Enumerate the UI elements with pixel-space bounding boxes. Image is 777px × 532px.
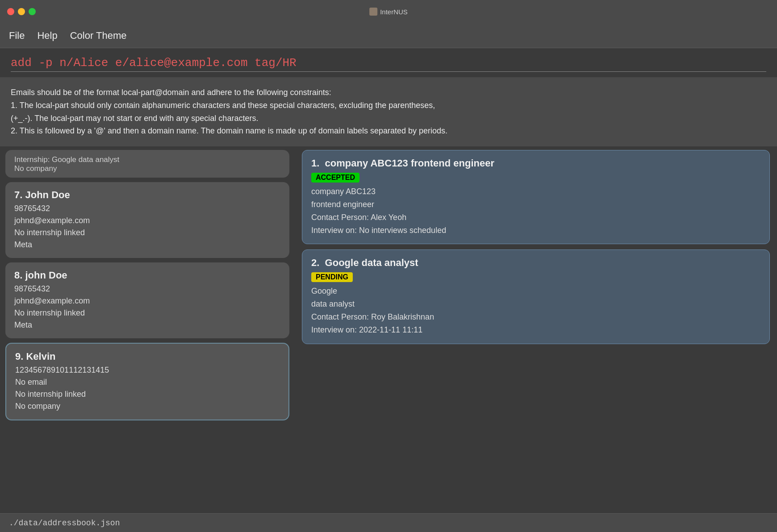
command-input[interactable] — [11, 56, 766, 70]
internship-company-1: company ABC123 — [311, 185, 760, 198]
person-name-9: 9. Kelvin — [15, 351, 280, 362]
person-card-partial[interactable]: Internship: Google data analyst No compa… — [5, 150, 289, 178]
partial-line-2: No company — [14, 164, 280, 173]
info-line-1: Emails should be of the format local-par… — [11, 86, 766, 99]
status-badge-2: PENDING — [311, 272, 353, 282]
internship-card-2[interactable]: 2. Google data analyst PENDING Google da… — [302, 249, 770, 344]
internship-role-2: data analyst — [311, 298, 760, 311]
internship-title-1: 1. company ABC123 frontend engineer — [311, 158, 760, 169]
internship-interview-2: Interview on: 2022-11-11 11:11 — [311, 324, 760, 337]
info-line-2: 1. The local-part should only contain al… — [11, 99, 766, 112]
internship-role-1: frontend engineer — [311, 198, 760, 211]
traffic-lights — [7, 8, 36, 15]
person-phone-9: 12345678910111213141​5 — [15, 364, 280, 376]
status-bar: ./data/addressbook.json — [0, 513, 777, 532]
person-email-7: johnd@example.com — [14, 215, 280, 227]
internship-contact-2: Contact Person: Roy Balakrishnan — [311, 311, 760, 324]
person-company-9: No company — [15, 400, 280, 412]
internship-contact-1: Contact Person: Alex Yeoh — [311, 211, 760, 224]
internship-title-2: 2. Google data analyst — [311, 257, 760, 269]
app-title: InterNUS — [369, 8, 408, 16]
person-phone-8: 98765432 — [14, 283, 280, 295]
person-internship-7: No internship linked — [14, 227, 280, 239]
maximize-button[interactable] — [29, 8, 36, 15]
status-text: ./data/addressbook.json — [9, 519, 120, 528]
person-name-7: 7. John Doe — [14, 189, 280, 201]
internship-interview-1: Interview on: No interviews scheduled — [311, 224, 760, 237]
command-area — [0, 48, 777, 77]
close-button[interactable] — [7, 8, 14, 15]
person-card-9[interactable]: 9. Kelvin 12345678910111213141​5 No emai… — [5, 343, 289, 420]
person-company-7: Meta — [14, 239, 280, 251]
person-card-7[interactable]: 7. John Doe 98765432 johnd@example.com N… — [5, 182, 289, 258]
person-phone-7: 98765432 — [14, 203, 280, 215]
info-line-4: 2. This is followed by a '@' and then a … — [11, 125, 766, 137]
app-icon — [369, 8, 377, 16]
person-email-9: No email — [15, 376, 280, 388]
menu-color-theme[interactable]: Color Theme — [70, 30, 127, 42]
person-card-8[interactable]: 8. john Doe 98765432 johnd@example.com N… — [5, 262, 289, 338]
right-panel[interactable]: 1. company ABC123 frontend engineer ACCE… — [295, 146, 777, 513]
partial-line-1: Internship: Google data analyst — [14, 155, 280, 164]
info-line-3: (+_.-). The local-part may not start or … — [11, 112, 766, 125]
minimize-button[interactable] — [18, 8, 25, 15]
command-underline — [11, 71, 766, 72]
internship-company-2: Google — [311, 285, 760, 298]
main-content: Internship: Google data analyst No compa… — [0, 146, 777, 513]
title-text: InterNUS — [380, 8, 408, 16]
menu-bar: File Help Color Theme — [0, 23, 777, 48]
person-name-8: 8. john Doe — [14, 270, 280, 281]
internship-card-1[interactable]: 1. company ABC123 frontend engineer ACCE… — [302, 150, 770, 244]
status-badge-1: ACCEPTED — [311, 173, 359, 183]
info-box: Emails should be of the format local-par… — [0, 77, 777, 146]
person-email-8: johnd@example.com — [14, 295, 280, 307]
person-company-8: Meta — [14, 319, 280, 331]
left-panel[interactable]: Internship: Google data analyst No compa… — [0, 146, 295, 513]
person-internship-8: No internship linked — [14, 307, 280, 319]
title-bar: InterNUS — [0, 0, 777, 23]
person-internship-9: No internship linked — [15, 388, 280, 400]
menu-help[interactable]: Help — [37, 30, 57, 42]
menu-file[interactable]: File — [9, 30, 25, 42]
